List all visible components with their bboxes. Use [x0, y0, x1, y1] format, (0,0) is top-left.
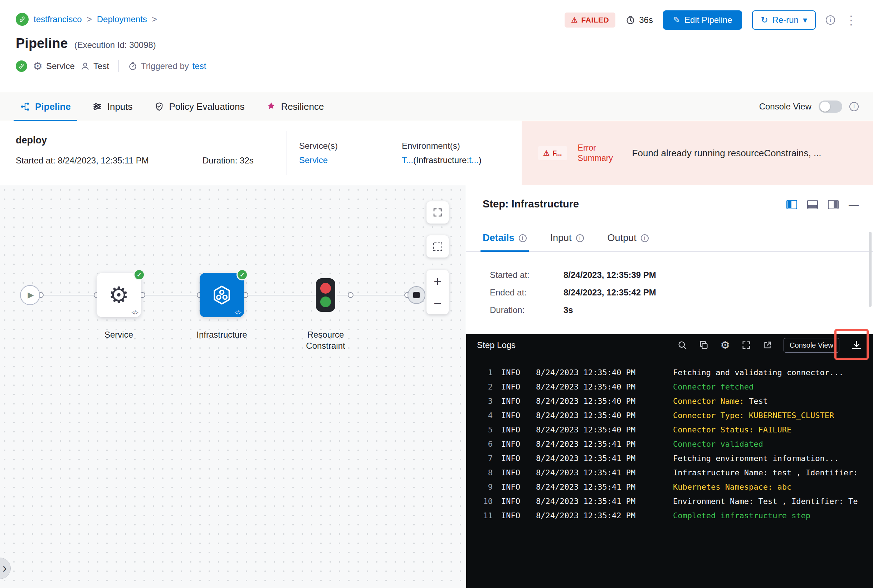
chevron-down-icon: ▾ [803, 15, 807, 25]
refresh-icon: ↻ [761, 15, 768, 25]
detail-row-duration: Duration: 3s [490, 306, 656, 315]
console-view-toggle[interactable] [819, 100, 842, 112]
log-line: 4INFO8/24/2023 12:35:40 PMConnector Type… [466, 408, 873, 423]
info-icon[interactable]: i [641, 234, 649, 242]
stop-square-icon [413, 292, 420, 298]
tab-details[interactable]: Details i [483, 225, 527, 252]
infrastructure-link[interactable]: t... [469, 155, 479, 165]
kebab-menu-icon[interactable]: ⋮ [845, 14, 857, 26]
layout-right-icon [828, 200, 838, 209]
triggered-by-value-link[interactable]: test [192, 61, 206, 71]
log-message: Connector fetched [673, 380, 873, 394]
search-icon [677, 340, 687, 350]
infrastructure-hexagon-icon [211, 284, 233, 306]
breadcrumb-deployments-link[interactable]: Deployments [97, 14, 147, 24]
end-node [407, 286, 425, 304]
layout-right-panel-button[interactable] [828, 200, 838, 209]
step-logs-toolbar: ⚙ Console View [677, 338, 862, 352]
zoom-out-button[interactable]: − [427, 292, 449, 314]
edit-pipeline-button[interactable]: ✎ Edit Pipeline [663, 10, 742, 30]
services-value-link[interactable]: Service [299, 155, 338, 165]
step-logs-header: Step Logs ⚙ [466, 334, 873, 356]
summary-left: deploy Started at: 8/24/2023, 12:35:11 P… [0, 121, 521, 185]
breadcrumb-project-link[interactable]: testfrancisco [34, 14, 82, 24]
tab-details-label: Details [483, 232, 514, 244]
environments-value: T...(Infrastructure:t...) [402, 155, 482, 165]
info-icon[interactable]: i [576, 234, 584, 242]
log-settings-button[interactable]: ⚙ [720, 340, 730, 351]
service-node-label: Service [90, 329, 147, 340]
duration-label: Duration: [490, 306, 563, 315]
execution-summary: deploy Started at: 8/24/2023, 12:35:11 P… [0, 121, 873, 185]
error-badge-label: F... [552, 149, 562, 158]
start-node[interactable]: ▶ [20, 285, 40, 305]
pipeline-graph-canvas[interactable]: ▶ ⚙ ✓ </> Service ✓ </> Infrastructure R… [0, 185, 466, 588]
tab-pipeline[interactable]: Pipeline [9, 92, 81, 121]
tab-input[interactable]: Input i [550, 225, 584, 252]
log-search-button[interactable] [677, 340, 687, 350]
download-icon [851, 339, 862, 351]
edge [247, 295, 316, 296]
tab-resilience[interactable]: Resilience [255, 92, 335, 121]
service-node[interactable]: ⚙ ✓ </> [96, 273, 141, 317]
zoom-in-button[interactable]: + [427, 270, 449, 292]
external-link-icon [763, 340, 772, 350]
started-at-label: Started at: [490, 270, 563, 280]
info-icon[interactable]: i [519, 234, 527, 242]
log-console-view-button[interactable]: Console View [784, 338, 839, 352]
resource-constraint-node-label: Resource Constraint [295, 329, 356, 351]
canvas-fullscreen-button[interactable] [427, 201, 449, 224]
canvas-select-button[interactable] [427, 236, 449, 258]
breadcrumb-separator: > [87, 14, 92, 24]
panel-layout-controls: — [786, 200, 859, 210]
log-line: 5INFO8/24/2023 12:35:40 PMConnector Stat… [466, 423, 873, 437]
resource-constraint-node[interactable] [316, 278, 335, 312]
fullscreen-icon [741, 340, 751, 350]
services-column: Service(s) Service [299, 141, 338, 165]
infrastructure-node[interactable]: ✓ </> [200, 273, 244, 317]
service-meta-label: Service [46, 61, 75, 71]
log-message: Infrastructure Name: test , Identifier: [673, 466, 873, 480]
meta-row: ⚙ Service Test Triggered by test [16, 60, 857, 72]
layout-bottom-panel-button[interactable] [807, 200, 818, 209]
info-icon[interactable]: i [826, 15, 835, 25]
log-line: 8INFO8/24/2023 12:35:41 PMInfrastructure… [466, 466, 873, 480]
environment-link[interactable]: T... [402, 155, 413, 165]
toggle-knob [820, 102, 830, 112]
log-line: 1INFO8/24/2023 12:35:40 PMFetching and v… [466, 366, 873, 380]
triggered-by: Triggered by test [128, 61, 206, 71]
header-actions: ⚠ FAILED 36s ✎ Edit Pipeline ↻ Re-run ▾ … [565, 10, 857, 30]
minimize-panel-button[interactable]: — [849, 200, 859, 210]
play-icon: ▶ [28, 290, 34, 300]
rerun-button[interactable]: ↻ Re-run ▾ [752, 10, 816, 30]
log-copy-button[interactable] [699, 340, 709, 350]
layout-left-panel-button[interactable] [786, 200, 797, 209]
log-message: Connector Status: FAILURE [673, 423, 873, 437]
log-fullscreen-button[interactable] [741, 340, 751, 350]
gear-icon: ⚙ [720, 340, 730, 351]
elapsed-time: 36s [625, 15, 653, 25]
gear-icon: ⚙ [33, 60, 42, 72]
pipeline-link-icon [16, 13, 29, 26]
environment-close-paren: ) [479, 155, 482, 165]
code-icon: </> [131, 309, 138, 315]
test-meta: Test [81, 61, 109, 71]
inputs-icon [92, 102, 102, 112]
service-meta: ⚙ Service [33, 60, 75, 72]
status-badge: ⚠ FAILED [565, 12, 615, 27]
log-download-button[interactable] [851, 339, 862, 351]
tab-policy-evaluations[interactable]: Policy Evaluations [143, 92, 255, 121]
divider [119, 60, 119, 72]
canvas-collapse-handle[interactable]: › [0, 558, 11, 579]
log-message: Environment Name: Test , Identifier: Te [673, 494, 873, 508]
panel-scrollbar[interactable] [869, 232, 871, 307]
user-icon [81, 62, 90, 71]
tab-output[interactable]: Output i [607, 225, 649, 252]
tab-inputs-label: Inputs [107, 101, 133, 112]
execution-id: (Execution Id: 30098) [74, 40, 156, 50]
tab-inputs[interactable]: Inputs [81, 92, 143, 121]
log-open-in-new-button[interactable] [763, 340, 772, 350]
environments-column: Environment(s) T...(Infrastructure:t...) [402, 141, 482, 165]
info-icon[interactable]: i [849, 102, 859, 111]
connector-dot [348, 292, 353, 298]
